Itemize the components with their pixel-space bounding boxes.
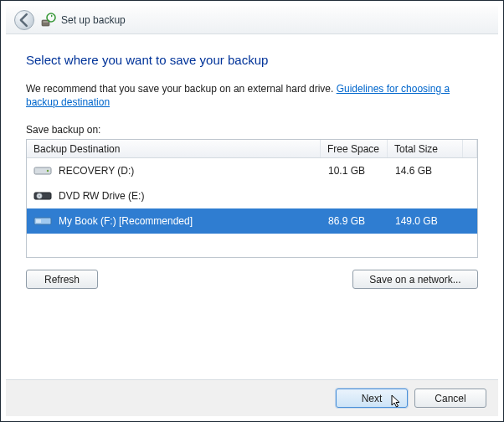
table-body: RECOVERY (D:)10.1 GB14.6 GBDVD RW Drive …	[27, 158, 477, 234]
description: We recommend that you save your backup o…	[26, 82, 478, 109]
svg-point-7	[39, 195, 40, 197]
back-button[interactable]	[14, 10, 34, 30]
cancel-button[interactable]: Cancel	[414, 389, 486, 408]
ext-drive-icon	[33, 214, 52, 228]
table-row[interactable]: RECOVERY (D:)10.1 GB14.6 GB	[27, 158, 477, 183]
window-title: Set up backup	[61, 14, 126, 26]
save-network-button[interactable]: Save on a network...	[352, 270, 478, 289]
backup-icon	[41, 13, 56, 28]
destination-table: Backup Destination Free Space Total Size…	[26, 139, 478, 258]
cursor-icon	[391, 394, 403, 409]
svg-rect-1	[44, 21, 49, 22]
hdd-drive-icon	[33, 164, 52, 178]
col-header-scroll	[463, 140, 477, 157]
table-header: Backup Destination Free Space Total Size	[27, 140, 477, 158]
free-space: 86.9 GB	[321, 215, 388, 227]
table-row[interactable]: DVD RW Drive (E:)	[27, 183, 477, 208]
next-button[interactable]: Next	[336, 389, 408, 408]
button-row: Refresh Save on a network...	[26, 270, 478, 289]
content-area: Select where you want to save your backu…	[1, 34, 503, 289]
svg-rect-9	[36, 219, 41, 223]
footer: Next Cancel	[6, 379, 498, 416]
titlebar: Set up backup	[6, 6, 498, 34]
drive-name: My Book (F:) [Recommended]	[59, 215, 193, 227]
total-size: 14.6 GB	[388, 165, 464, 177]
free-space: 10.1 GB	[321, 165, 388, 177]
drive-name: DVD RW Drive (E:)	[59, 190, 144, 202]
description-text: We recommend that you save your backup o…	[26, 83, 337, 95]
next-button-label: Next	[362, 393, 383, 404]
col-header-free[interactable]: Free Space	[321, 140, 388, 157]
optical-drive-icon	[33, 189, 52, 203]
save-on-label: Save backup on:	[26, 124, 478, 136]
page-heading: Select where you want to save your backu…	[26, 53, 478, 67]
table-row[interactable]: My Book (F:) [Recommended]86.9 GB149.0 G…	[27, 208, 477, 234]
refresh-button[interactable]: Refresh	[26, 270, 98, 289]
drive-name: RECOVERY (D:)	[59, 165, 134, 177]
col-header-total[interactable]: Total Size	[388, 140, 463, 157]
svg-point-4	[47, 170, 49, 172]
col-header-destination[interactable]: Backup Destination	[27, 140, 321, 157]
total-size: 149.0 GB	[388, 215, 464, 227]
backup-wizard-window: Set up backup Select where you want to s…	[0, 0, 504, 422]
